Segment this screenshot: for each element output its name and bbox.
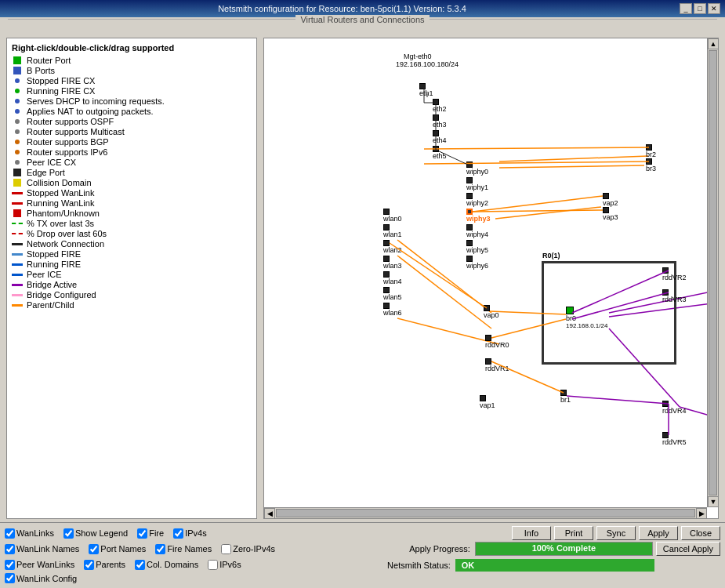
- rddvr0-node[interactable]: rddVR0: [485, 335, 509, 349]
- bridge-configured-icon: [12, 291, 23, 299]
- cb-wanlink-config-input[interactable]: [5, 573, 15, 583]
- wlan4-node[interactable]: wlan4: [383, 271, 402, 285]
- status-label: Netsmith Status:: [387, 561, 451, 570]
- wiphy5-node[interactable]: wiphy5: [466, 240, 488, 254]
- wiphy2-node[interactable]: wiphy2: [466, 193, 488, 207]
- vap2-node[interactable]: vap2: [603, 193, 618, 207]
- br2-node[interactable]: br2: [646, 144, 656, 158]
- window-controls: _ □ ✕: [680, 3, 720, 14]
- cb-wanlink-config: WanLink Config: [5, 573, 77, 583]
- horizontal-scrollbar[interactable]: ◀ ▶: [264, 507, 707, 518]
- eth5-node[interactable]: eth5: [433, 146, 447, 160]
- legend-item-multicast: Router supports Multicast: [12, 127, 252, 136]
- vertical-scrollbar[interactable]: ▲ ▼: [707, 38, 718, 507]
- network-canvas[interactable]: Mgt-eth0 192.168.100.180/24 eth1 eth2 et…: [263, 38, 719, 519]
- cb-fire-label[interactable]: Fire: [149, 528, 164, 538]
- cb-wanlink-config-label[interactable]: WanLink Config: [16, 574, 77, 583]
- vap0-node[interactable]: vap0: [484, 305, 499, 319]
- wiphy3-node[interactable]: wiphy3: [466, 209, 491, 223]
- mgt-eth0-label: Mgt-eth0: [404, 53, 432, 60]
- cb-port-names-label[interactable]: Port Names: [100, 544, 146, 554]
- eth1-node[interactable]: eth1: [419, 83, 433, 97]
- edge-port-icon: [12, 169, 23, 176]
- close-button[interactable]: ✕: [708, 3, 720, 14]
- scroll-thumb-v[interactable]: [709, 50, 717, 495]
- eth3-node[interactable]: eth3: [433, 114, 447, 129]
- wlan2-node[interactable]: wlan2: [383, 240, 402, 254]
- legend-panel: Right-click/double-click/drag supported …: [6, 38, 257, 519]
- wlan3-node[interactable]: wlan3: [383, 256, 402, 270]
- cb-zero-ipv4s-label[interactable]: Zero-IPv4s: [233, 544, 275, 554]
- cb-fire-names-input[interactable]: [155, 544, 165, 554]
- rddvr5-node[interactable]: rddVR5: [662, 432, 687, 446]
- rddvr1-node[interactable]: rddVR1: [485, 358, 509, 372]
- legend-item-drop-over: % Drop over last 60s: [12, 229, 252, 238]
- cb-peer-wanlinks-label[interactable]: Peer WanLinks: [16, 560, 74, 569]
- cb-ipv4s-input[interactable]: [173, 528, 183, 539]
- wlan0-node[interactable]: wlan0: [383, 209, 402, 223]
- wlan5-node[interactable]: wlan5: [383, 287, 402, 301]
- vap3-node[interactable]: vap3: [603, 207, 618, 221]
- router-box[interactable]: [542, 262, 676, 364]
- cb-wanlink-names-input[interactable]: [5, 544, 15, 554]
- vap1-node[interactable]: vap1: [480, 395, 495, 409]
- br0-node[interactable]: br0 192.168.0.1/24: [566, 307, 607, 329]
- print-button[interactable]: Print: [554, 526, 593, 540]
- minimize-button[interactable]: _: [680, 3, 692, 14]
- scroll-up-arrow[interactable]: ▲: [708, 38, 719, 49]
- scroll-down-arrow[interactable]: ▼: [708, 496, 719, 507]
- legend-item-router-port: Router Port: [12, 56, 252, 65]
- wiphy4-node[interactable]: wiphy4: [466, 224, 488, 238]
- cb-zero-ipv4s-input[interactable]: [221, 544, 231, 554]
- info-button[interactable]: Info: [512, 526, 551, 540]
- sync-button[interactable]: Sync: [596, 526, 636, 540]
- ip-180-label: 192.168.100.180/24: [396, 60, 459, 68]
- maximize-button[interactable]: □: [694, 3, 706, 14]
- bottom-toolbar: WanLinks Show Legend Fire IPv4s Info Pri…: [0, 522, 725, 588]
- wiphy0-node[interactable]: wiphy0: [466, 162, 488, 176]
- wiphy1-node[interactable]: wiphy1: [466, 177, 488, 191]
- status-value: OK: [455, 559, 654, 572]
- rddvr3-node[interactable]: rddVR3: [662, 289, 687, 303]
- scroll-thumb-h[interactable]: [276, 509, 695, 517]
- cb-parents-input[interactable]: [84, 560, 94, 570]
- cb-parents-label[interactable]: Parents: [96, 560, 125, 569]
- cb-show-legend-input[interactable]: [63, 528, 74, 539]
- svg-line-23: [567, 396, 669, 404]
- cb-fire-names-label[interactable]: Fire Names: [167, 544, 212, 554]
- scroll-right-arrow[interactable]: ▶: [696, 508, 707, 519]
- cb-ipv6-label[interactable]: IPv6s: [219, 560, 241, 569]
- cb-fire-input[interactable]: [137, 528, 147, 539]
- br1-node[interactable]: br1: [560, 390, 571, 404]
- legend-item-stopped-fire-cx: Stopped FIRE CX: [12, 76, 252, 85]
- svg-line-16: [473, 196, 603, 212]
- status-bar: Netsmith Status: OK: [387, 559, 654, 572]
- wlan6-node[interactable]: wlan6: [383, 303, 402, 317]
- cb-col-domains-input[interactable]: [135, 560, 145, 570]
- cb-wanlink-names-label[interactable]: WanLink Names: [16, 544, 79, 554]
- br3-node[interactable]: br3: [646, 158, 656, 172]
- close-button[interactable]: Close: [681, 526, 720, 540]
- cb-wanlinks-label[interactable]: WanLinks: [16, 528, 54, 538]
- cb-show-legend-label[interactable]: Show Legend: [75, 528, 128, 538]
- eth4-node[interactable]: eth4: [433, 130, 447, 144]
- legend-item-running-fire: Running FIRE: [12, 260, 252, 269]
- svg-line-2: [397, 318, 499, 344]
- cb-col-domains-label[interactable]: Col. Domains: [147, 560, 198, 569]
- cb-wanlinks-input[interactable]: [5, 528, 15, 539]
- cb-ipv4s-label[interactable]: IPv4s: [185, 528, 207, 538]
- cb-peer-wanlinks-input[interactable]: [5, 560, 15, 570]
- applies-nat-icon: [12, 107, 23, 115]
- cancel-apply-button[interactable]: Cancel Apply: [656, 542, 720, 556]
- scroll-left-arrow[interactable]: ◀: [264, 508, 275, 519]
- toolbar-row-3: Peer WanLinks Parents Col. Domains IPv6s…: [5, 557, 720, 572]
- wiphy6-node[interactable]: wiphy6: [466, 256, 488, 270]
- cb-ipv6-input[interactable]: [208, 560, 218, 570]
- rddvr2-node[interactable]: rddVR2: [662, 267, 687, 281]
- svg-line-17: [473, 210, 603, 212]
- cb-port-names-input[interactable]: [89, 544, 99, 554]
- wlan1-node[interactable]: wlan1: [383, 224, 402, 238]
- apply-button[interactable]: Apply: [639, 526, 678, 540]
- rddvr4-node[interactable]: rddVR4: [662, 401, 687, 415]
- eth2-node[interactable]: eth2: [433, 99, 447, 113]
